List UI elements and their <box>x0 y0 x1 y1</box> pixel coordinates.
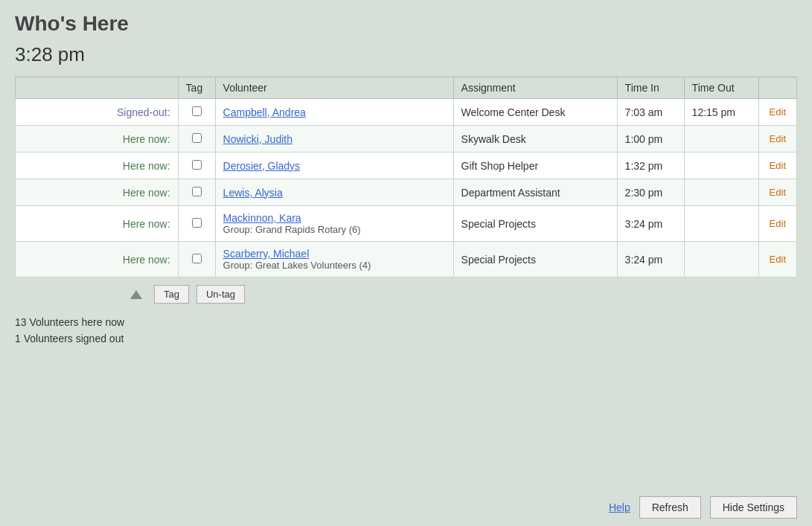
row-assignment: Welcome Center Desk <box>453 99 617 126</box>
stats-area: 13 Volunteers here now 1 Volunteers sign… <box>15 314 797 347</box>
edit-button[interactable]: Edit <box>767 217 789 231</box>
current-time: 3:28 pm <box>15 43 797 66</box>
row-checkbox-cell <box>178 126 215 153</box>
row-checkbox[interactable] <box>192 106 202 116</box>
row-status: Here now: <box>16 153 179 179</box>
row-time-out <box>684 179 758 206</box>
volunteer-link[interactable]: Mackinnon, Kara <box>223 212 301 224</box>
row-time-in: 3:24 pm <box>617 206 684 242</box>
stats-line2: 1 Volunteers signed out <box>15 330 797 347</box>
row-time-in: 1:32 pm <box>617 153 684 179</box>
table-row: Here now:Mackinnon, KaraGroup: Grand Rap… <box>16 206 797 242</box>
hide-settings-button[interactable]: Hide Settings <box>710 496 797 519</box>
row-assignment: Special Projects <box>453 242 617 278</box>
row-assignment: Special Projects <box>453 206 617 242</box>
volunteer-link[interactable]: Scarberry, Michael <box>223 248 310 260</box>
refresh-button[interactable]: Refresh <box>639 496 701 519</box>
row-checkbox-cell <box>178 206 215 242</box>
table-row: Here now:Scarberry, MichaelGroup: Great … <box>16 242 797 278</box>
row-status: Here now: <box>16 179 179 206</box>
volunteer-link[interactable]: Derosier, Gladys <box>223 160 300 172</box>
row-status: Signed-out: <box>16 99 179 126</box>
row-checkbox-cell <box>178 242 215 278</box>
page-title: Who's Here <box>15 12 797 36</box>
row-time-out <box>684 126 758 153</box>
row-edit-cell: Edit <box>758 206 796 242</box>
row-volunteer: Mackinnon, KaraGroup: Grand Rapids Rotar… <box>215 206 453 242</box>
volunteer-group: Group: Grand Rapids Rotary (6) <box>223 224 446 235</box>
row-checkbox-cell <box>178 153 215 179</box>
help-link[interactable]: Help <box>609 501 630 513</box>
row-time-out: 12:15 pm <box>684 99 758 126</box>
table-row: Here now:Nowicki, JudithSkywalk Desk1:00… <box>16 126 797 153</box>
row-checkbox-cell <box>178 179 215 206</box>
footer-bar: Help Refresh Hide Settings <box>0 489 812 526</box>
col-header-timein: Time In <box>617 77 684 99</box>
edit-button[interactable]: Edit <box>767 105 789 119</box>
row-checkbox[interactable] <box>192 187 202 196</box>
col-header-assignment: Assignment <box>453 77 617 99</box>
row-volunteer: Campbell, Andrea <box>215 99 453 126</box>
row-checkbox[interactable] <box>192 218 202 228</box>
edit-button[interactable]: Edit <box>767 158 789 173</box>
row-time-in: 3:24 pm <box>617 242 684 278</box>
table-row: Here now:Lewis, AlysiaDepartment Assista… <box>16 179 797 206</box>
col-header-edit <box>758 77 796 99</box>
tag-actions-area: Tag Un-tag <box>130 285 797 304</box>
edit-button[interactable]: Edit <box>767 185 789 199</box>
row-checkbox[interactable] <box>192 133 202 143</box>
row-edit-cell: Edit <box>758 179 796 206</box>
row-time-in: 1:00 pm <box>617 126 684 153</box>
row-assignment: Department Assistant <box>453 179 617 206</box>
row-volunteer: Derosier, Gladys <box>215 153 453 179</box>
volunteer-group: Group: Great Lakes Volunteers (4) <box>223 260 446 271</box>
volunteer-link[interactable]: Nowicki, Judith <box>223 133 292 145</box>
row-time-in: 2:30 pm <box>617 179 684 206</box>
col-header-tag: Tag <box>178 77 215 99</box>
col-header-timeout: Time Out <box>684 77 758 99</box>
table-row: Signed-out:Campbell, AndreaWelcome Cente… <box>16 99 797 126</box>
row-checkbox[interactable] <box>192 254 202 263</box>
row-edit-cell: Edit <box>758 242 796 278</box>
row-time-out <box>684 153 758 179</box>
row-time-out <box>684 242 758 278</box>
row-volunteer: Nowicki, Judith <box>215 126 453 153</box>
tag-button[interactable]: Tag <box>154 285 189 304</box>
row-edit-cell: Edit <box>758 153 796 179</box>
edit-button[interactable]: Edit <box>767 132 789 146</box>
volunteer-link[interactable]: Campbell, Andrea <box>223 106 306 118</box>
row-assignment: Gift Shop Helper <box>453 153 617 179</box>
row-volunteer: Scarberry, MichaelGroup: Great Lakes Vol… <box>215 242 453 278</box>
volunteer-link[interactable]: Lewis, Alysia <box>223 187 283 199</box>
row-volunteer: Lewis, Alysia <box>215 179 453 206</box>
row-time-in: 7:03 am <box>617 99 684 126</box>
row-status: Here now: <box>16 126 179 153</box>
row-edit-cell: Edit <box>758 99 796 126</box>
stats-line1: 13 Volunteers here now <box>15 314 797 330</box>
row-status: Here now: <box>16 242 179 278</box>
row-assignment: Skywalk Desk <box>453 126 617 153</box>
row-edit-cell: Edit <box>758 126 796 153</box>
row-status: Here now: <box>16 206 179 242</box>
row-checkbox[interactable] <box>192 160 202 170</box>
row-checkbox-cell <box>178 99 215 126</box>
volunteers-table: Tag Volunteer Assignment Time In Time Ou… <box>15 77 797 278</box>
col-header-volunteer: Volunteer <box>215 77 453 99</box>
untag-button[interactable]: Un-tag <box>196 285 245 304</box>
row-time-out <box>684 206 758 242</box>
table-row: Here now:Derosier, GladysGift Shop Helpe… <box>16 153 797 179</box>
col-header-status <box>16 77 179 99</box>
edit-button[interactable]: Edit <box>767 252 789 266</box>
arrow-up-icon <box>130 290 142 299</box>
